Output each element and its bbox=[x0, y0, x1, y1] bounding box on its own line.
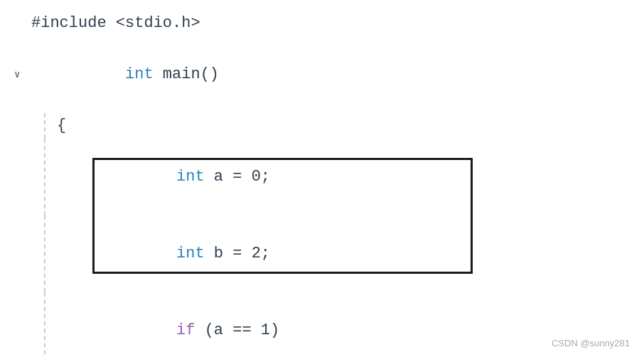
line-open-brace: { bbox=[14, 113, 644, 139]
fold-empty-b bbox=[14, 241, 26, 267]
code-lines: #include <stdio.h> ∨ int main() { bbox=[14, 7, 644, 357]
code-int-b: int b = 2; bbox=[82, 215, 270, 292]
fold-empty-if-a bbox=[14, 318, 26, 343]
fold-main-icon[interactable]: ∨ bbox=[14, 62, 26, 87]
gutter-int-a bbox=[14, 164, 26, 190]
var-a: a = 0; bbox=[205, 168, 270, 186]
line-main: ∨ int main() bbox=[14, 36, 644, 113]
gutter-include bbox=[14, 11, 26, 36]
fold-empty bbox=[14, 113, 26, 139]
editor-container: #include <stdio.h> ∨ int main() { bbox=[0, 0, 644, 357]
code-if-a: if (a == 1) bbox=[82, 292, 279, 357]
gutter-open-brace bbox=[14, 113, 26, 139]
gutter-main: ∨ bbox=[14, 62, 26, 87]
dash-int-a bbox=[44, 139, 45, 215]
code-area[interactable]: #include <stdio.h> ∨ int main() { bbox=[0, 0, 644, 357]
kw-if-a: if bbox=[176, 321, 195, 339]
code-int-a: int a = 0; bbox=[82, 139, 270, 215]
fold-empty-a bbox=[14, 164, 26, 190]
line-include: #include <stdio.h> bbox=[14, 11, 644, 36]
watermark-text: CSDN @sunny281 bbox=[552, 338, 630, 348]
watermark: CSDN @sunny281 bbox=[552, 338, 630, 348]
kw-int-main: int bbox=[125, 65, 154, 83]
dash-open-brace bbox=[44, 113, 45, 139]
dash-if-a bbox=[44, 292, 45, 357]
gutter-int-b bbox=[14, 241, 26, 267]
code-open-brace: { bbox=[57, 113, 66, 139]
gutter-if-a bbox=[14, 318, 26, 343]
var-b: b = 2; bbox=[205, 245, 270, 262]
code-main: int main() bbox=[31, 36, 219, 113]
kw-int-b: int bbox=[176, 245, 205, 262]
fold-icon bbox=[14, 11, 26, 36]
kw-int-a: int bbox=[176, 168, 205, 186]
line-int-a: int a = 0; bbox=[14, 139, 644, 215]
code-include: #include <stdio.h> bbox=[31, 11, 200, 36]
main-func: main() bbox=[154, 65, 219, 83]
if-a-cond: (a == 1) bbox=[195, 321, 279, 339]
line-int-b: int b = 2; bbox=[14, 215, 644, 292]
dash-int-b bbox=[44, 215, 45, 292]
line-if-a: if (a == 1) bbox=[14, 292, 644, 357]
